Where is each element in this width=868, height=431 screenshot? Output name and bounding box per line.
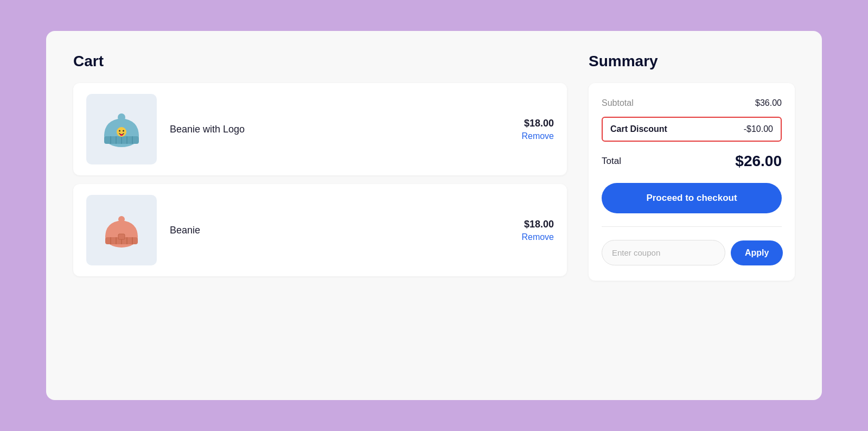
remove-button-beanie[interactable]: Remove — [521, 232, 554, 242]
item-name-beanie-logo: Beanie with Logo — [170, 124, 245, 135]
subtotal-value: $36.00 — [755, 98, 782, 108]
cart-item: Beanie $18.00 Remove — [73, 184, 567, 276]
item-price-beanie-logo: $18.00 — [521, 118, 554, 129]
svg-point-9 — [119, 130, 120, 132]
total-value: $26.00 — [735, 153, 782, 170]
svg-point-11 — [120, 134, 123, 136]
blue-beanie-icon — [97, 105, 146, 154]
cart-section: Cart — [73, 53, 567, 378]
summary-divider — [602, 226, 782, 227]
main-container: Cart — [46, 31, 822, 400]
svg-rect-20 — [118, 234, 125, 239]
item-price-section-beanie: $18.00 Remove — [521, 219, 554, 242]
checkout-button[interactable]: Proceed to checkout — [602, 183, 782, 213]
svg-point-10 — [123, 130, 124, 132]
item-image-beanie-logo — [86, 94, 157, 164]
item-details-beanie-logo: Beanie with Logo — [170, 124, 508, 135]
cart-item: Beanie with Logo $18.00 Remove — [73, 83, 567, 175]
remove-button-beanie-logo[interactable]: Remove — [521, 131, 554, 141]
item-name-beanie: Beanie — [170, 225, 200, 236]
summary-card: Subtotal $36.00 Cart Discount -$10.00 To… — [589, 83, 795, 281]
subtotal-row: Subtotal $36.00 — [602, 98, 782, 108]
cart-title: Cart — [73, 53, 567, 70]
item-price-beanie: $18.00 — [521, 219, 554, 230]
discount-row: Cart Discount -$10.00 — [602, 117, 782, 142]
cart-items-list: Beanie with Logo $18.00 Remove — [73, 83, 567, 276]
coupon-input[interactable] — [602, 240, 725, 265]
discount-value: -$10.00 — [744, 124, 773, 134]
svg-point-19 — [118, 216, 125, 223]
svg-point-7 — [118, 113, 125, 121]
pink-beanie-icon — [97, 206, 146, 255]
subtotal-label: Subtotal — [602, 98, 634, 108]
coupon-row: Apply — [602, 240, 782, 265]
total-row: Total $26.00 — [602, 150, 782, 170]
item-price-section-beanie-logo: $18.00 Remove — [521, 118, 554, 141]
summary-section: Summary Subtotal $36.00 Cart Discount -$… — [589, 53, 795, 378]
item-image-beanie — [86, 195, 157, 265]
summary-title: Summary — [589, 53, 795, 70]
item-details-beanie: Beanie — [170, 225, 508, 236]
discount-label: Cart Discount — [610, 124, 667, 134]
total-label: Total — [602, 156, 621, 167]
apply-button[interactable]: Apply — [731, 240, 783, 265]
